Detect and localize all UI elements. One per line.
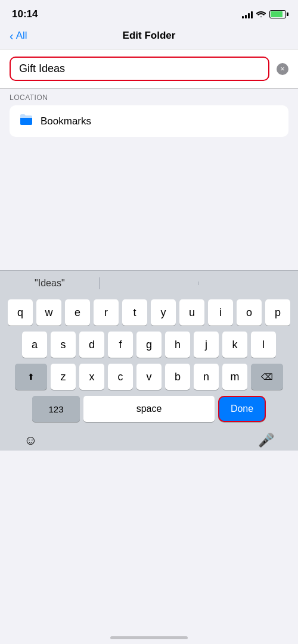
key-f[interactable]: f	[108, 332, 133, 358]
bottom-bar: ☺ 🎤	[0, 430, 298, 451]
status-time: 10:14	[12, 8, 38, 20]
key-y[interactable]: y	[151, 299, 176, 326]
key-x[interactable]: x	[79, 364, 104, 390]
back-button[interactable]: ‹ All	[10, 30, 27, 42]
key-q[interactable]: q	[8, 299, 33, 326]
key-r[interactable]: r	[94, 299, 119, 326]
key-a[interactable]: a	[22, 332, 47, 358]
key-g[interactable]: g	[136, 332, 162, 358]
wifi-icon	[256, 10, 266, 19]
key-j[interactable]: j	[194, 332, 219, 358]
clear-button[interactable]: ×	[277, 63, 288, 75]
suggestion-item-3[interactable]	[198, 281, 298, 286]
key-m[interactable]: m	[222, 364, 247, 390]
content-spacer	[0, 139, 298, 270]
location-name: Bookmarks	[41, 115, 91, 127]
folder-icon	[19, 114, 33, 129]
back-label: All	[16, 30, 27, 42]
key-e[interactable]: e	[65, 299, 90, 326]
suggestion-item-2[interactable]	[100, 281, 199, 286]
key-z[interactable]: z	[51, 364, 76, 390]
location-row[interactable]: Bookmarks	[10, 105, 288, 137]
key-k[interactable]: k	[222, 332, 247, 358]
emoji-icon[interactable]: ☺	[24, 433, 37, 448]
folder-name-input[interactable]	[19, 62, 260, 75]
keyboard: q w e r t y u i o p a s d f g h j k l ⬆ …	[0, 296, 298, 430]
key-p[interactable]: p	[265, 299, 290, 326]
folder-name-row: ×	[10, 49, 288, 88]
key-w[interactable]: w	[36, 299, 61, 326]
key-s[interactable]: s	[51, 332, 76, 358]
signal-icon	[242, 10, 253, 18]
key-d[interactable]: d	[79, 332, 104, 358]
key-i[interactable]: i	[208, 299, 233, 326]
key-u[interactable]: u	[179, 299, 204, 326]
suggestion-item[interactable]: "Ideas"	[0, 276, 100, 291]
suggestion-text: "Ideas"	[35, 278, 65, 288]
delete-key[interactable]: ⌫	[251, 364, 283, 390]
key-b[interactable]: b	[165, 364, 190, 390]
done-key[interactable]: Done	[218, 396, 266, 422]
nav-bar: ‹ All Edit Folder	[0, 25, 298, 49]
keyboard-suggestion-bar: "Ideas"	[0, 270, 298, 296]
input-section: ×	[0, 49, 298, 88]
battery-icon	[269, 10, 286, 18]
key-n[interactable]: n	[194, 364, 219, 390]
mic-icon[interactable]: 🎤	[258, 433, 274, 448]
status-bar: 10:14	[0, 0, 298, 25]
keyboard-row-2: a s d f g h j k l	[2, 332, 296, 358]
key-v[interactable]: v	[136, 364, 162, 390]
key-t[interactable]: t	[122, 299, 147, 326]
keyboard-row-4: 123 space Done	[2, 396, 296, 422]
key-l[interactable]: l	[251, 332, 276, 358]
numbers-key[interactable]: 123	[32, 396, 80, 422]
location-label: LOCATION	[10, 93, 288, 102]
keyboard-row-1: q w e r t y u i o p	[2, 299, 296, 326]
key-c[interactable]: c	[108, 364, 133, 390]
nav-title: Edit Folder	[123, 30, 176, 42]
back-chevron-icon: ‹	[10, 30, 14, 42]
location-section: LOCATION Bookmarks	[0, 89, 298, 139]
key-h[interactable]: h	[165, 332, 190, 358]
space-key[interactable]: space	[83, 396, 215, 422]
key-o[interactable]: o	[237, 299, 262, 326]
shift-key[interactable]: ⬆	[15, 364, 47, 390]
status-icons	[242, 10, 286, 19]
home-indicator	[110, 636, 188, 639]
folder-name-input-wrapper	[10, 57, 269, 81]
keyboard-row-3: ⬆ z x c v b n m ⌫	[2, 364, 296, 390]
